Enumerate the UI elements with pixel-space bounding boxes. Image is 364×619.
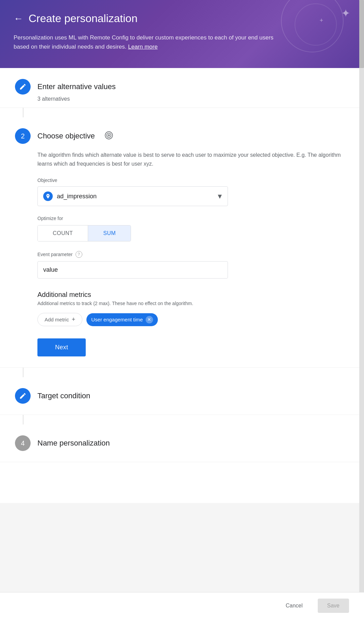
event-param-label-text: Event parameter (37, 252, 73, 257)
connector-3-4 (23, 415, 23, 424)
objective-dropdown-wrapper: ad_impression ▼ (37, 186, 228, 206)
chip-label: User engagement time (91, 317, 143, 322)
pencil-icon-step3 (19, 392, 27, 400)
next-button[interactable]: Next (37, 338, 86, 356)
step-2-circle: 2 (15, 128, 31, 144)
page-header: ← Create personalization Personalization… (0, 0, 364, 68)
objective-dropdown[interactable]: ad_impression (37, 186, 228, 206)
plus-icon: + (72, 316, 76, 323)
optimize-toggle-group: COUNT SUM (37, 225, 131, 241)
connector-2-3 (23, 368, 23, 377)
objective-dropdown-icon (43, 191, 53, 201)
scrollbar-thumb[interactable] (359, 0, 364, 68)
event-param-label-row: Event parameter ? (37, 251, 344, 258)
pencil-icon-step1 (19, 83, 27, 90)
step-2-container: 2 Choose objective The algorithm finds w… (0, 117, 359, 368)
back-button[interactable]: ← (14, 13, 23, 24)
optimize-label: Optimize for (37, 216, 344, 221)
add-metric-label: Add metric (45, 317, 69, 322)
add-metric-button[interactable]: Add metric + (37, 313, 82, 326)
step-4-circle: 4 (15, 435, 31, 451)
step-2-title: Choose objective (37, 132, 95, 140)
bottom-spacer (0, 462, 359, 503)
help-icon[interactable]: ? (76, 251, 82, 258)
svg-point-2 (108, 135, 110, 136)
step-1-header: Enter alternative values (15, 79, 344, 95)
step-4-container: 4 Name personalization (0, 424, 359, 462)
step-3-title: Target condition (37, 391, 90, 400)
user-engagement-chip: User engagement time ✕ (86, 313, 158, 326)
step-1-container: Enter alternative values 3 alternatives (0, 68, 359, 108)
count-toggle-button[interactable]: COUNT (38, 225, 88, 241)
step-4-title: Name personalization (37, 439, 110, 448)
step-3-header: Target condition (15, 388, 344, 404)
learn-more-link[interactable]: Learn more (128, 44, 158, 50)
additional-metrics-desc: Additional metrics to track (2 max). The… (37, 301, 344, 306)
save-button[interactable]: Save (318, 599, 349, 613)
sparkle-icon-2: + (319, 17, 323, 24)
step-1-circle (15, 79, 31, 95)
sum-toggle-button[interactable]: SUM (88, 225, 131, 241)
step-2-body: The algorithm finds which alternate valu… (37, 151, 344, 356)
header-description: Personalization uses ML with Remote Conf… (14, 33, 279, 51)
step-2-description: The algorithm finds which alternate valu… (37, 151, 344, 168)
step-1-subtitle: 3 alternatives (37, 96, 344, 102)
objective-icon (104, 131, 113, 141)
svg-point-0 (105, 132, 113, 139)
scrollbar[interactable] (359, 0, 364, 619)
step-2-header: 2 Choose objective (15, 128, 344, 144)
bottom-bar: Cancel Save (0, 592, 364, 619)
step-3-circle (15, 388, 31, 404)
svg-point-1 (106, 133, 111, 138)
sparkle-icon-1: ✦ (341, 7, 350, 20)
metrics-row: Add metric + User engagement time ✕ (37, 313, 344, 326)
step-4-header: 4 Name personalization (15, 435, 344, 451)
additional-metrics-title: Additional metrics (37, 291, 344, 299)
step-1-title: Enter alternative values (37, 82, 116, 91)
chip-close-button[interactable]: ✕ (146, 316, 153, 323)
page-title: Create personalization (29, 12, 137, 25)
objective-label: Objective (37, 178, 344, 183)
dropdown-arrow-icon: ▼ (216, 193, 223, 200)
objective-dropdown-text: ad_impression (57, 193, 211, 200)
connector-1-2 (23, 108, 23, 117)
step-3-container: Target condition (0, 377, 359, 415)
event-param-input[interactable] (37, 261, 228, 279)
content-area: Enter alternative values 3 alternatives … (0, 68, 359, 503)
cancel-button[interactable]: Cancel (276, 599, 312, 613)
